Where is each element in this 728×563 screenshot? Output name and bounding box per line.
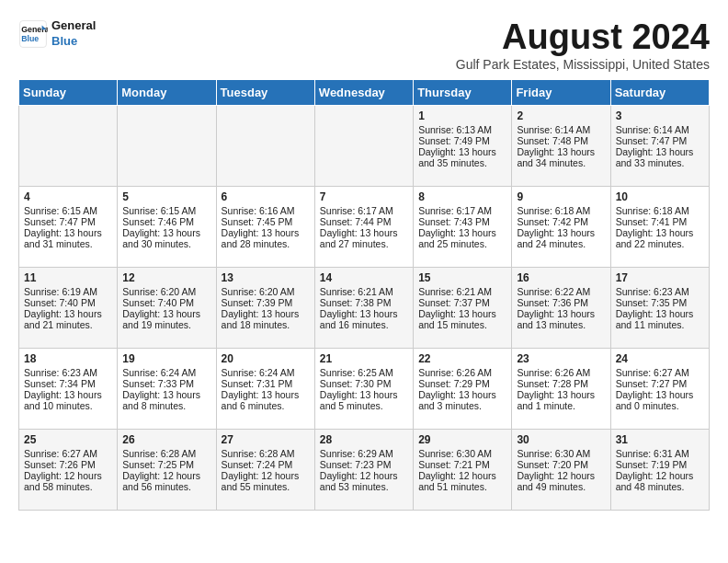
table-row: 16Sunrise: 6:22 AMSunset: 7:36 PMDayligh…	[512, 267, 610, 348]
day-number: 14	[320, 271, 408, 284]
day-info: Daylight: 13 hours	[517, 146, 605, 157]
calendar-row: 4Sunrise: 6:15 AMSunset: 7:47 PMDaylight…	[19, 186, 710, 267]
month-title: August 2024	[456, 18, 710, 57]
day-info: Daylight: 13 hours	[616, 308, 704, 319]
table-row: 7Sunrise: 6:17 AMSunset: 7:44 PMDaylight…	[314, 186, 413, 267]
day-info: and 27 minutes.	[320, 238, 408, 249]
day-number: 31	[616, 433, 704, 446]
day-info: Sunset: 7:36 PM	[517, 297, 605, 308]
day-info: Sunrise: 6:23 AM	[616, 286, 704, 297]
day-number: 7	[320, 190, 408, 203]
table-row: 29Sunrise: 6:30 AMSunset: 7:21 PMDayligh…	[414, 429, 512, 510]
day-info: Daylight: 13 hours	[616, 227, 704, 238]
day-number: 8	[418, 190, 506, 203]
day-info: Sunset: 7:49 PM	[418, 135, 506, 146]
day-info: and 49 minutes.	[517, 481, 605, 492]
table-row: 13Sunrise: 6:20 AMSunset: 7:39 PMDayligh…	[216, 267, 314, 348]
day-info: Sunrise: 6:23 AM	[24, 367, 112, 378]
day-info: Sunrise: 6:21 AM	[418, 286, 506, 297]
col-tuesday: Tuesday	[216, 79, 314, 105]
day-number: 2	[517, 109, 605, 122]
day-number: 10	[616, 190, 704, 203]
svg-text:General: General	[21, 25, 48, 34]
day-number: 12	[122, 271, 210, 284]
day-info: and 18 minutes.	[222, 319, 310, 330]
day-info: Sunset: 7:27 PM	[616, 378, 704, 389]
day-info: Daylight: 13 hours	[517, 308, 605, 319]
day-info: and 25 minutes.	[418, 238, 506, 249]
day-info: Sunrise: 6:30 AM	[418, 448, 506, 459]
day-info: Sunrise: 6:21 AM	[320, 286, 408, 297]
day-info: Daylight: 13 hours	[320, 389, 408, 400]
table-row: 21Sunrise: 6:25 AMSunset: 7:30 PMDayligh…	[314, 348, 413, 429]
table-row: 31Sunrise: 6:31 AMSunset: 7:19 PMDayligh…	[610, 429, 709, 510]
col-thursday: Thursday	[414, 79, 512, 105]
day-number: 18	[24, 352, 112, 365]
day-info: Daylight: 13 hours	[24, 308, 112, 319]
day-number: 4	[24, 190, 112, 203]
col-monday: Monday	[118, 79, 216, 105]
day-number: 3	[616, 109, 704, 122]
day-info: Daylight: 13 hours	[616, 389, 704, 400]
day-info: and 56 minutes.	[122, 481, 210, 492]
day-number: 20	[222, 352, 310, 365]
day-info: Daylight: 13 hours	[418, 227, 506, 238]
day-info: and 30 minutes.	[122, 238, 210, 249]
day-info: Sunrise: 6:18 AM	[616, 205, 704, 216]
day-info: Sunrise: 6:19 AM	[24, 286, 112, 297]
table-row: 8Sunrise: 6:17 AMSunset: 7:43 PMDaylight…	[414, 186, 512, 267]
day-info: Daylight: 12 hours	[222, 470, 310, 481]
day-number: 1	[418, 109, 506, 122]
table-row: 4Sunrise: 6:15 AMSunset: 7:47 PMDaylight…	[19, 186, 118, 267]
day-number: 13	[222, 271, 310, 284]
day-info: Daylight: 13 hours	[122, 308, 210, 319]
day-info: Sunset: 7:37 PM	[418, 297, 506, 308]
day-info: and 19 minutes.	[122, 319, 210, 330]
day-info: and 15 minutes.	[418, 319, 506, 330]
day-info: Sunset: 7:44 PM	[320, 216, 408, 227]
table-row: 1Sunrise: 6:13 AMSunset: 7:49 PMDaylight…	[414, 105, 512, 186]
table-row	[19, 105, 118, 186]
day-number: 28	[320, 433, 408, 446]
table-row: 9Sunrise: 6:18 AMSunset: 7:42 PMDaylight…	[512, 186, 610, 267]
table-row: 25Sunrise: 6:27 AMSunset: 7:26 PMDayligh…	[19, 429, 118, 510]
day-info: and 34 minutes.	[517, 157, 605, 168]
table-row: 11Sunrise: 6:19 AMSunset: 7:40 PMDayligh…	[19, 267, 118, 348]
table-row: 3Sunrise: 6:14 AMSunset: 7:47 PMDaylight…	[610, 105, 709, 186]
header-row: Sunday Monday Tuesday Wednesday Thursday…	[19, 79, 710, 105]
table-row: 18Sunrise: 6:23 AMSunset: 7:34 PMDayligh…	[19, 348, 118, 429]
page-header: General Blue General Blue August 2024 Gu…	[18, 18, 710, 72]
day-info: Sunrise: 6:28 AM	[122, 448, 210, 459]
day-info: Daylight: 13 hours	[320, 308, 408, 319]
day-info: Sunset: 7:34 PM	[24, 378, 112, 389]
day-number: 25	[24, 433, 112, 446]
logo: General Blue General Blue	[18, 18, 96, 50]
table-row: 14Sunrise: 6:21 AMSunset: 7:38 PMDayligh…	[314, 267, 413, 348]
day-info: Daylight: 13 hours	[517, 389, 605, 400]
day-info: Sunrise: 6:15 AM	[24, 205, 112, 216]
day-number: 17	[616, 271, 704, 284]
day-info: and 8 minutes.	[122, 400, 210, 411]
calendar-row: 11Sunrise: 6:19 AMSunset: 7:40 PMDayligh…	[19, 267, 710, 348]
table-row: 26Sunrise: 6:28 AMSunset: 7:25 PMDayligh…	[118, 429, 216, 510]
location: Gulf Park Estates, Mississippi, United S…	[456, 57, 710, 72]
table-row: 10Sunrise: 6:18 AMSunset: 7:41 PMDayligh…	[610, 186, 709, 267]
table-row: 5Sunrise: 6:15 AMSunset: 7:46 PMDaylight…	[118, 186, 216, 267]
day-info: and 22 minutes.	[616, 238, 704, 249]
col-friday: Friday	[512, 79, 610, 105]
day-info: Sunset: 7:33 PM	[122, 378, 210, 389]
col-wednesday: Wednesday	[314, 79, 413, 105]
day-info: Sunrise: 6:30 AM	[517, 448, 605, 459]
table-row: 28Sunrise: 6:29 AMSunset: 7:23 PMDayligh…	[314, 429, 413, 510]
day-info: Sunset: 7:40 PM	[24, 297, 112, 308]
day-info: Sunset: 7:35 PM	[616, 297, 704, 308]
day-info: Sunrise: 6:16 AM	[222, 205, 310, 216]
day-info: Sunset: 7:20 PM	[517, 459, 605, 470]
day-info: Daylight: 12 hours	[24, 470, 112, 481]
day-number: 21	[320, 352, 408, 365]
day-info: Sunrise: 6:24 AM	[122, 367, 210, 378]
day-info: Sunset: 7:45 PM	[222, 216, 310, 227]
col-sunday: Sunday	[19, 79, 118, 105]
day-info: Sunset: 7:39 PM	[222, 297, 310, 308]
day-info: Daylight: 13 hours	[122, 389, 210, 400]
